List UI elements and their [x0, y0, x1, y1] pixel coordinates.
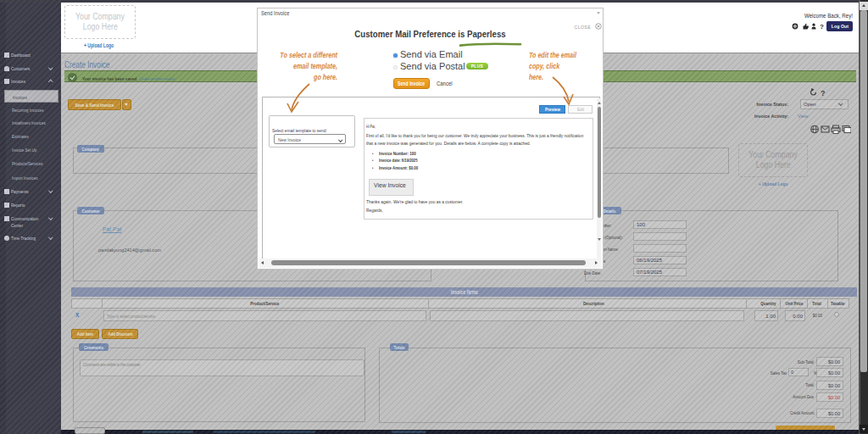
svg-text:?: ? — [821, 89, 826, 97]
svg-text:?: ? — [820, 23, 824, 30]
